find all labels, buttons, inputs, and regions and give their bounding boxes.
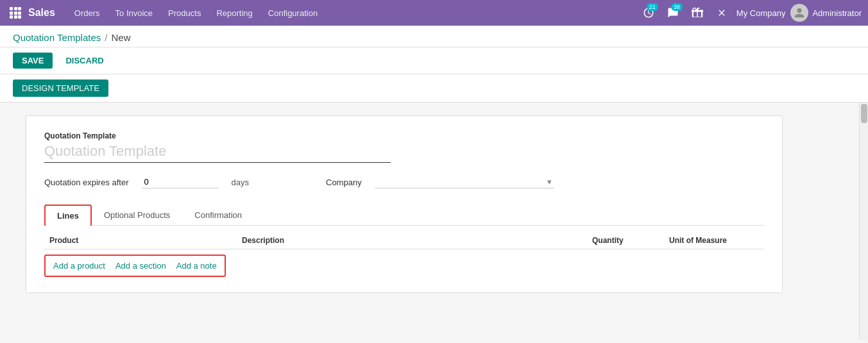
col-description: Description	[242, 236, 592, 245]
svg-rect-1	[14, 7, 17, 10]
apps-grid-icon[interactable]	[6, 4, 24, 22]
design-template-button[interactable]: DESIGN TEMPLATE	[13, 79, 108, 97]
messages-badge: 38	[671, 3, 683, 11]
nav-to-invoice[interactable]: To Invoice	[109, 4, 160, 22]
messages-icon[interactable]: 38	[663, 3, 683, 22]
svg-rect-2	[18, 7, 21, 10]
expires-unit: days	[232, 178, 249, 187]
svg-rect-5	[18, 12, 21, 15]
nav-orders[interactable]: Orders	[68, 4, 106, 22]
topnav-right-icons: 21 38 My Company Administrator	[639, 3, 862, 22]
add-section-link[interactable]: Add a section	[115, 261, 166, 271]
save-button[interactable]: SAVE	[13, 53, 53, 69]
nav-products[interactable]: Products	[162, 4, 207, 22]
content-area: Quotation Template Quotation expires aft…	[0, 103, 868, 340]
col-unit-of-measure: Unit of Measure	[669, 236, 759, 245]
user-name-label: Administrator	[812, 8, 862, 18]
breadcrumb: Quotation Templates / New	[0, 26, 868, 47]
nav-configuration[interactable]: Configuration	[262, 4, 324, 22]
svg-rect-8	[18, 15, 21, 19]
svg-rect-6	[10, 15, 13, 19]
nav-reporting[interactable]: Reporting	[210, 4, 259, 22]
top-navigation: Sales Orders To Invoice Products Reporti…	[0, 0, 868, 26]
close-icon[interactable]	[712, 3, 731, 22]
gift-icon[interactable]	[688, 3, 707, 22]
nav-menu: Orders To Invoice Products Reporting Con…	[68, 4, 635, 22]
template-name-input[interactable]	[44, 143, 391, 163]
template-name-field: Quotation Template	[44, 131, 764, 163]
form-card: Quotation Template Quotation expires aft…	[26, 115, 783, 293]
col-quantity: Quantity	[592, 236, 669, 245]
app-name: Sales	[28, 7, 55, 19]
breadcrumb-parent[interactable]: Quotation Templates	[13, 32, 101, 43]
col-product: Product	[49, 236, 242, 245]
company-name-label: My Company	[736, 8, 786, 18]
svg-rect-7	[14, 15, 17, 19]
expires-input[interactable]	[142, 176, 219, 188]
svg-rect-0	[10, 7, 13, 10]
user-menu[interactable]: Administrator	[790, 4, 862, 22]
tab-optional-products[interactable]: Optional Products	[92, 205, 182, 226]
company-select[interactable]	[375, 176, 554, 188]
company-select-wrapper	[375, 176, 554, 188]
user-avatar	[790, 4, 808, 22]
lines-table: Product Description Quantity Unit of Mea…	[44, 232, 764, 277]
svg-rect-4	[14, 12, 17, 15]
add-note-link[interactable]: Add a note	[176, 261, 217, 271]
company-selector[interactable]: My Company	[736, 8, 786, 18]
company-field-label: Company	[326, 178, 362, 187]
add-product-link[interactable]: Add a product	[53, 261, 105, 271]
tab-confirmation[interactable]: Confirmation	[182, 205, 254, 226]
activities-icon[interactable]: 21	[639, 3, 658, 22]
tabs-bar: Lines Optional Products Confirmation	[44, 204, 764, 226]
template-name-label: Quotation Template	[44, 131, 764, 140]
svg-rect-3	[10, 12, 13, 15]
breadcrumb-current: New	[111, 32, 130, 43]
expires-label: Quotation expires after	[44, 178, 129, 187]
form-meta-row: Quotation expires after days Company	[44, 176, 764, 188]
scrollbar-thumb[interactable]	[861, 104, 867, 123]
discard-button[interactable]: DISCARD	[59, 53, 110, 69]
breadcrumb-separator: /	[105, 32, 107, 43]
activities-badge: 21	[647, 3, 658, 11]
table-header-row: Product Description Quantity Unit of Mea…	[44, 232, 764, 249]
action-bar: SAVE DISCARD	[0, 47, 868, 74]
tab-lines[interactable]: Lines	[44, 205, 92, 226]
scrollbar-track[interactable]	[859, 103, 868, 340]
design-template-bar: DESIGN TEMPLATE	[0, 74, 868, 103]
